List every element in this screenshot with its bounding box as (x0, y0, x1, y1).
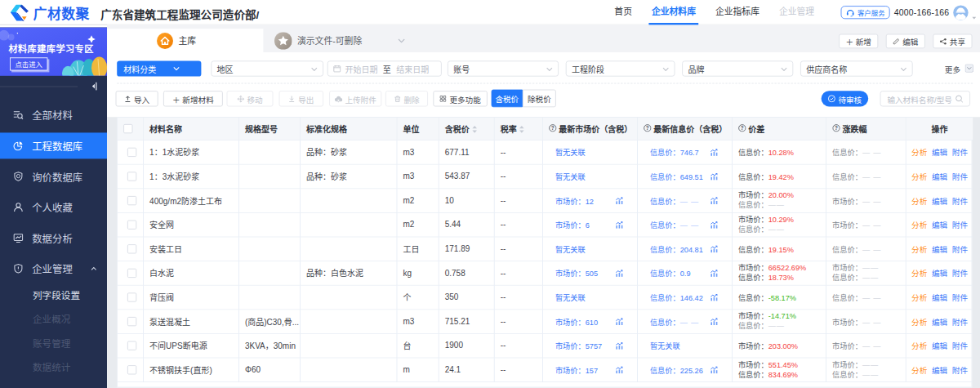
svg-text:?: ? (646, 125, 649, 131)
svg-text:?: ? (741, 125, 744, 131)
svg-text:?: ? (551, 125, 555, 131)
svg-text:?: ? (835, 125, 838, 131)
